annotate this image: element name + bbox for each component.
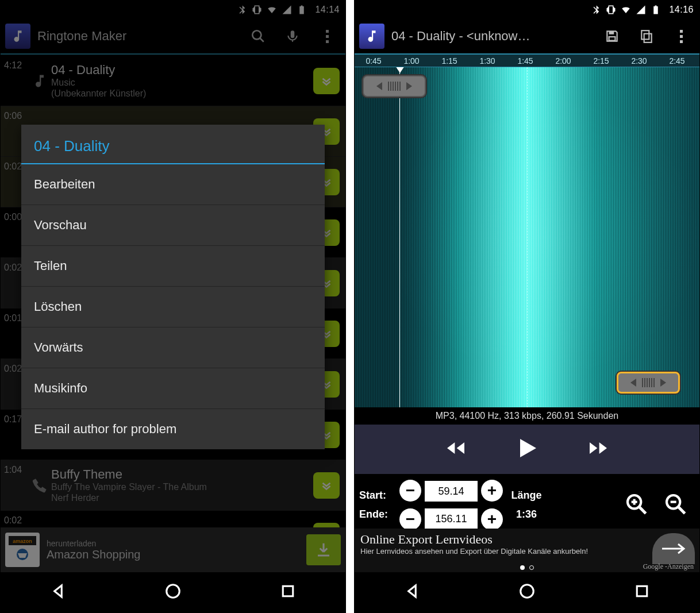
timeline-tick: 1:45 — [506, 56, 544, 65]
context-menu-item[interactable]: Musikinfo — [21, 368, 325, 409]
start-marker[interactable] — [399, 67, 400, 407]
zoom-out-icon — [664, 492, 687, 515]
svg-point-19 — [521, 585, 534, 598]
copy-icon — [639, 29, 654, 44]
play-button[interactable] — [513, 434, 541, 464]
wifi-icon — [621, 5, 631, 15]
context-menu-item[interactable]: Vorschau — [21, 205, 325, 246]
nav-home-button[interactable] — [518, 583, 536, 602]
android-nav-bar — [355, 572, 699, 612]
nav-recent-button[interactable] — [633, 583, 651, 602]
timeline-tick: 2:15 — [582, 56, 620, 65]
context-menu-item[interactable]: Teilen — [21, 246, 325, 287]
timeline-tick: 2:00 — [544, 56, 582, 65]
signal-icon — [636, 5, 646, 15]
nav-home-button[interactable] — [164, 583, 182, 602]
svg-point-6 — [167, 585, 180, 598]
rewind-icon — [444, 437, 467, 460]
overflow-menu-button[interactable] — [667, 22, 695, 50]
svg-rect-8 — [609, 31, 614, 34]
timeline-tick: 2:30 — [620, 56, 658, 65]
audio-info: MP3, 44100 Hz, 313 kbps, 260.91 Sekunden — [355, 407, 699, 425]
arrow-right-icon — [661, 542, 686, 555]
overflow-icon — [680, 30, 683, 43]
timeline-ruler[interactable]: 0:451:001:151:301:452:002:152:302:453:0 — [355, 55, 699, 67]
status-time: 14:16 — [669, 5, 694, 15]
ad-title: Online Export Lernvideos — [360, 532, 694, 547]
timeline-tick: 2:45 — [658, 56, 696, 65]
phone-left: 14:14 Ringtone Maker 4:1204 - DualityMus… — [0, 0, 346, 613]
nav-recent-button[interactable] — [279, 583, 297, 602]
ad-arrow-button[interactable] — [652, 533, 695, 564]
nav-back-button[interactable] — [403, 583, 421, 602]
rewind-button[interactable] — [444, 437, 467, 462]
length-label: Länge — [506, 489, 547, 502]
ad-sub: Hier Lernvideos ansehen und Export über … — [360, 547, 694, 556]
forward-button[interactable] — [587, 437, 610, 462]
fast-forward-icon — [587, 437, 610, 460]
bluetooth-icon — [591, 5, 601, 15]
android-nav-bar — [1, 572, 345, 612]
context-menu-item[interactable]: Löschen — [21, 287, 325, 327]
status-bar: 14:16 — [355, 1, 699, 19]
length-value: 1:36 — [506, 508, 547, 521]
zoom-out-button[interactable] — [664, 492, 687, 518]
svg-rect-11 — [641, 30, 649, 39]
end-input[interactable] — [425, 508, 478, 529]
dialog-title: 04 - Duality — [21, 125, 325, 164]
start-label: Start: — [359, 489, 396, 502]
app-bar: 04 - Duality - <unknow… — [355, 19, 699, 55]
svg-line-13 — [639, 507, 646, 514]
timeline-tick: 1:15 — [430, 56, 468, 65]
context-menu-item[interactable]: Bearbeiten — [21, 164, 325, 205]
end-minus-button[interactable]: − — [399, 508, 421, 530]
svg-rect-10 — [644, 34, 652, 43]
floppy-disk-icon — [605, 29, 620, 44]
vibrate-icon — [606, 5, 616, 15]
edit-bar: Start: Ende: − − + + Länge 1:36 — [355, 474, 699, 536]
playhead-line — [527, 67, 528, 407]
transport-controls — [355, 425, 699, 474]
svg-rect-7 — [283, 586, 293, 596]
start-minus-button[interactable]: − — [399, 480, 421, 502]
context-menu-dialog: 04 - Duality BearbeitenVorschauTeilenLös… — [21, 125, 325, 449]
start-input[interactable] — [425, 481, 478, 502]
context-menu-item[interactable]: Vorwärts — [21, 327, 325, 368]
ad-pager-dots — [520, 565, 534, 570]
waveform-view[interactable] — [355, 67, 699, 407]
start-handle[interactable] — [363, 75, 426, 97]
app-logo-icon — [359, 24, 384, 49]
copy-button[interactable] — [633, 22, 660, 50]
svg-rect-9 — [609, 37, 616, 41]
timeline-tick: 3:0 — [696, 56, 700, 65]
ad-brand: Google -Anzeigen — [643, 562, 694, 571]
ad-banner[interactable]: Online Export Lernvideos Hier Lernvideos… — [355, 529, 699, 572]
zoom-in-button[interactable] — [625, 492, 648, 518]
save-button[interactable] — [598, 22, 626, 50]
end-handle[interactable] — [617, 372, 680, 394]
end-label: Ende: — [359, 508, 396, 521]
timeline-tick: 0:45 — [355, 56, 393, 65]
nav-back-button[interactable] — [49, 583, 67, 602]
svg-rect-20 — [637, 586, 647, 596]
app-title: 04 - Duality - <unknow… — [391, 29, 591, 44]
timeline-tick: 1:30 — [468, 56, 506, 65]
zoom-in-icon — [625, 492, 648, 515]
battery-icon — [651, 5, 661, 15]
end-plus-button[interactable]: + — [481, 508, 503, 530]
svg-line-17 — [678, 507, 685, 514]
start-plus-button[interactable]: + — [481, 480, 503, 502]
timeline-tick: 1:00 — [393, 56, 430, 65]
phone-right: 14:16 04 - Duality - <unknow… 0:451:001:… — [354, 0, 700, 613]
context-menu-item[interactable]: E-mail author for problem — [21, 409, 325, 449]
play-icon — [513, 434, 541, 462]
